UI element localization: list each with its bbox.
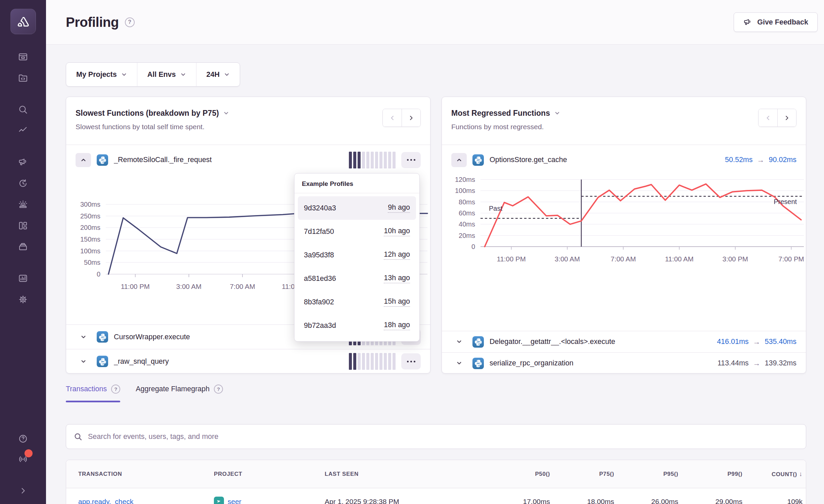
tab-aggregate-flamegraph[interactable]: Aggregate Flamegraph? xyxy=(136,385,223,402)
sidebar-item-whats-new[interactable] xyxy=(16,452,31,466)
after-value[interactable]: 90.02ms xyxy=(769,156,796,164)
column-header-p75[interactable]: P75() xyxy=(550,471,614,477)
function-row[interactable]: _RemoteSiloCall._fire_request xyxy=(66,145,430,175)
python-logo-icon xyxy=(98,357,107,366)
most-regressed-dropdown[interactable]: Most Regressed Functions xyxy=(451,109,560,118)
sidebar-item-feedback[interactable] xyxy=(16,155,31,169)
after-value[interactable]: 535.40ms xyxy=(765,338,796,346)
function-row[interactable]: Delegator.__getattr__.<locals>.execute41… xyxy=(442,331,806,352)
profile-item[interactable]: 8b3fa90215h ago xyxy=(298,290,416,314)
svg-text:120ms: 120ms xyxy=(455,176,475,183)
chevron-left-icon xyxy=(765,115,771,121)
explore-icon xyxy=(18,104,28,115)
duration-bar-empty xyxy=(362,152,365,168)
sidebar-item-replays[interactable] xyxy=(16,176,31,191)
column-header-p95[interactable]: P95() xyxy=(614,471,678,477)
profile-age-link[interactable]: 12h ago xyxy=(384,250,410,260)
function-row[interactable]: _raw_snql_query xyxy=(66,349,430,373)
issues-icon xyxy=(18,52,28,62)
row-menu-button[interactable] xyxy=(401,152,421,168)
previous-page-button[interactable] xyxy=(383,109,402,127)
profile-item[interactable]: 9d3240a39h ago xyxy=(298,196,416,220)
profile-age-link[interactable]: 15h ago xyxy=(384,297,410,307)
transaction-link[interactable]: app.ready._check xyxy=(66,498,214,504)
profile-age-link[interactable]: 9h ago xyxy=(388,203,410,213)
most-regressed-chart[interactable]: 020ms40ms60ms80ms100ms120ms11:00 PM3:00 … xyxy=(442,175,806,331)
sidebar-nav xyxy=(0,34,46,307)
column-header-p50[interactable]: P50() xyxy=(486,471,550,477)
profile-item[interactable]: 9b72aa3d18h ago xyxy=(298,314,416,337)
collapse-row-button[interactable] xyxy=(451,153,467,167)
most-regressed-title: Most Regressed Functions xyxy=(451,109,550,118)
sidebar-item-settings[interactable] xyxy=(16,292,31,307)
expand-icon xyxy=(18,486,28,496)
duration-bar-empty xyxy=(371,152,374,168)
give-feedback-button[interactable]: Give Feedback xyxy=(734,12,818,32)
environment-filter[interactable]: All Envs xyxy=(137,63,196,86)
next-page-button[interactable] xyxy=(777,109,796,127)
before-value[interactable]: 50.52ms xyxy=(725,156,752,164)
svg-text:11:00 AM: 11:00 AM xyxy=(665,255,693,263)
chevron-down-icon xyxy=(81,359,86,364)
date-range-filter[interactable]: 24H xyxy=(196,63,240,86)
sidebar-item-expand[interactable] xyxy=(16,483,31,498)
sidebar-item-explore[interactable] xyxy=(16,102,31,117)
sidebar-item-stats[interactable] xyxy=(16,271,31,286)
tab-label: Aggregate Flamegraph xyxy=(136,385,210,393)
regression-values: 50.52ms→90.02ms xyxy=(725,156,796,164)
expand-row-chevron[interactable] xyxy=(76,334,91,340)
function-row[interactable]: serialize_rpc_organization113.44ms→139.3… xyxy=(442,352,806,373)
column-header-count[interactable]: COUNT()↓ xyxy=(742,470,803,478)
tab-help-icon[interactable]: ? xyxy=(214,385,223,394)
column-header-transaction[interactable]: TRANSACTION xyxy=(66,471,214,477)
row-menu-button[interactable] xyxy=(401,353,421,369)
page-help-icon[interactable]: ? xyxy=(125,17,135,27)
expand-row-chevron[interactable] xyxy=(76,359,91,364)
svg-text:300ms: 300ms xyxy=(80,201,100,208)
profile-item[interactable]: a581ed3613h ago xyxy=(298,267,416,290)
profile-age-link[interactable]: 18h ago xyxy=(384,321,410,330)
sidebar-item-traces[interactable] xyxy=(16,123,31,138)
sidebar-item-issues[interactable] xyxy=(16,49,31,64)
duration-bar-filled xyxy=(353,152,356,168)
profile-duration-bars xyxy=(349,152,396,168)
sidebar-item-help[interactable] xyxy=(16,431,31,446)
sidebar-item-projects[interactable] xyxy=(16,70,31,85)
search-input[interactable] xyxy=(88,433,798,441)
profile-id: 9d3240a3 xyxy=(304,204,336,212)
next-page-button[interactable] xyxy=(402,109,420,127)
expand-row-chevron[interactable] xyxy=(451,339,467,345)
function-name: _RemoteSiloCall._fire_request xyxy=(114,156,343,164)
seer-project-icon xyxy=(214,497,224,504)
slowest-functions-title: Slowest Functions (breakdown by P75) xyxy=(76,109,219,118)
column-header-p99[interactable]: P99() xyxy=(678,471,742,477)
sidebar-item-releases[interactable] xyxy=(16,239,31,254)
chevron-down-icon xyxy=(456,360,462,366)
sidebar-item-alerts[interactable] xyxy=(16,197,31,212)
before-value[interactable]: 416.01ms xyxy=(717,338,748,346)
tab-transactions[interactable]: Transactions? xyxy=(66,385,120,402)
slowest-functions-dropdown[interactable]: Slowest Functions (breakdown by P75) xyxy=(76,109,229,118)
duration-bar-empty xyxy=(393,152,396,168)
duration-bar-filled xyxy=(349,353,352,370)
stats-icon xyxy=(18,273,28,284)
seer-glyph-icon xyxy=(216,498,222,504)
tab-help-icon[interactable]: ? xyxy=(111,385,120,394)
profile-item[interactable]: 7d12fa5010h ago xyxy=(298,220,416,243)
collapse-row-button[interactable] xyxy=(76,153,91,167)
project-link[interactable]: seer xyxy=(228,498,241,504)
expand-row-chevron[interactable] xyxy=(451,360,467,366)
function-row[interactable]: OptionsStore.get_cache50.52ms→90.02ms xyxy=(442,145,806,175)
svg-text:0: 0 xyxy=(471,243,475,250)
profile-item[interactable]: 3a95d3f812h ago xyxy=(298,243,416,267)
column-header-lastseen[interactable]: LAST SEEN xyxy=(325,471,486,477)
sidebar-item-dashboards[interactable] xyxy=(16,218,31,233)
profile-age-link[interactable]: 13h ago xyxy=(384,274,410,283)
column-header-project[interactable]: PROJECT xyxy=(214,471,325,477)
duration-bar-empty xyxy=(384,152,387,168)
previous-page-button[interactable] xyxy=(759,109,777,127)
profile-age-link[interactable]: 10h ago xyxy=(384,227,410,236)
table-row[interactable]: app.ready._checkseerApr 1, 2025 9:28:38 … xyxy=(66,488,806,504)
project-filter[interactable]: My Projects xyxy=(66,63,137,86)
sentry-logo[interactable] xyxy=(10,9,36,34)
